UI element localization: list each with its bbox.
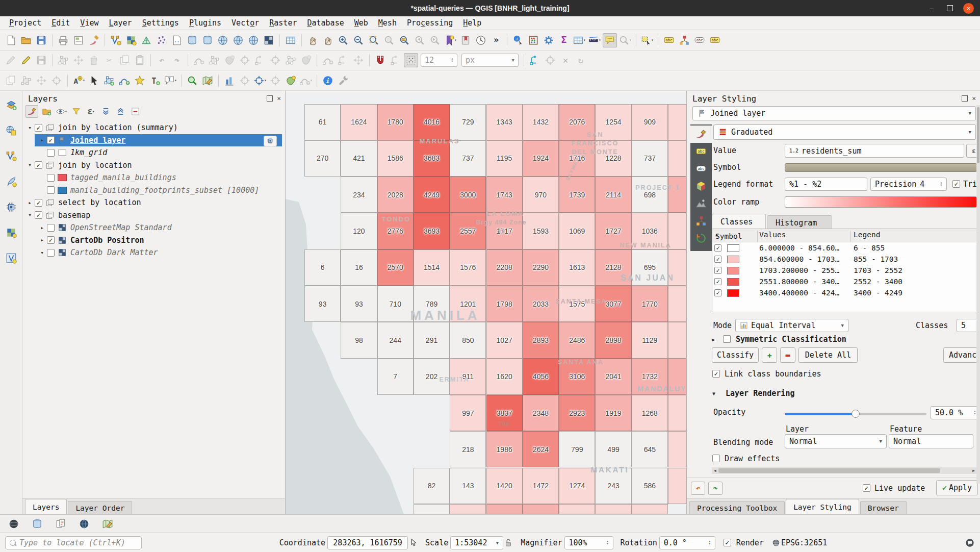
- symbology-tab[interactable]: [690, 126, 712, 143]
- add-xyz-tiles-layer-icon[interactable]: [262, 33, 276, 47]
- center-map-icon[interactable]: ▾: [253, 73, 267, 88]
- new-project-icon[interactable]: [4, 33, 18, 47]
- add-target-icon[interactable]: [268, 73, 282, 88]
- plugin-pages-icon[interactable]: [54, 517, 68, 531]
- horizontal-scrollbar[interactable]: ◀▶: [712, 467, 977, 474]
- layer-item-select-by-location[interactable]: ▸select by location: [22, 196, 284, 209]
- redo-icon[interactable]: ↷: [170, 53, 184, 67]
- elevation-tab[interactable]: [690, 195, 712, 212]
- visibility-checkbox[interactable]: [35, 124, 42, 132]
- topology-checker-icon[interactable]: ▾: [299, 73, 313, 88]
- color-ramp-button[interactable]: [785, 196, 977, 208]
- add-raster-layer-icon[interactable]: [4, 225, 18, 240]
- filter-legend-by-expression-icon[interactable]: ε▾: [85, 105, 97, 118]
- pan-to-selection-icon[interactable]: [321, 33, 335, 47]
- class-visibility-checkbox[interactable]: [714, 289, 721, 296]
- toggle-editing-icon[interactable]: [19, 53, 33, 67]
- visibility-checkbox[interactable]: [47, 224, 55, 232]
- plugin-sphere-icon[interactable]: [7, 517, 21, 531]
- add-mesh-layer-icon[interactable]: [139, 33, 153, 47]
- close-panel-icon[interactable]: ×: [972, 96, 976, 101]
- plugin-globe-icon[interactable]: [77, 517, 91, 531]
- float-panel-icon[interactable]: [267, 95, 273, 102]
- expander-icon[interactable]: ▸: [38, 137, 46, 143]
- class-color-swatch[interactable]: [727, 278, 739, 286]
- class-visibility-checkbox[interactable]: [714, 267, 721, 274]
- rotation-spinbox[interactable]: 0.0 ° ▴▾: [659, 536, 715, 549]
- split-features-icon[interactable]: [207, 53, 221, 67]
- manage-map-themes-icon[interactable]: ▾: [55, 105, 68, 118]
- class-visibility-checkbox[interactable]: [714, 256, 721, 263]
- visibility-checkbox[interactable]: [47, 186, 55, 194]
- create-marker-annotation-icon[interactable]: [133, 73, 147, 88]
- style-manager-icon[interactable]: [87, 33, 101, 47]
- redo-style-button[interactable]: ↷: [708, 482, 723, 495]
- menu-web[interactable]: Web: [349, 18, 373, 28]
- search-place-icon[interactable]: [185, 73, 199, 88]
- expander-icon[interactable]: ▾: [25, 124, 34, 131]
- paste-features-icon[interactable]: [133, 53, 147, 67]
- remove-class-button[interactable]: ▬: [780, 347, 795, 363]
- locator-search-input[interactable]: Type to locate (Ctrl+K): [5, 536, 142, 549]
- move-label-icon[interactable]: abc: [708, 33, 722, 47]
- vertical-scrollbar[interactable]: [976, 105, 980, 484]
- zoom-out-icon[interactable]: [351, 33, 366, 47]
- visibility-checkbox[interactable]: [47, 149, 55, 157]
- spin-arrows-icon[interactable]: ▴▾: [940, 182, 942, 187]
- add-text-layer-icon[interactable]: [4, 174, 18, 189]
- class-color-swatch[interactable]: [727, 256, 739, 263]
- add-group-icon[interactable]: [40, 105, 53, 118]
- expander-icon[interactable]: ▸: [25, 199, 34, 206]
- undo-style-button[interactable]: ↶: [691, 482, 705, 495]
- masks-tab[interactable]: abc: [690, 160, 712, 178]
- collapse-all-icon[interactable]: [114, 105, 127, 118]
- blend-feature-combo[interactable]: Normal: [889, 434, 973, 448]
- remove-layer-group-icon[interactable]: [129, 105, 142, 118]
- layer-item-basemap[interactable]: ▾basemap: [22, 209, 284, 222]
- class-row[interactable]: 854.600000 - 1703…855 - 1703: [712, 254, 976, 265]
- filter-legend-icon[interactable]: [70, 105, 83, 118]
- tab-classes[interactable]: Classes: [712, 214, 766, 230]
- trim-extend-icon[interactable]: [351, 53, 366, 67]
- tab-browser[interactable]: Browser: [860, 501, 907, 514]
- menu-raster[interactable]: Raster: [264, 18, 302, 28]
- scale-combo[interactable]: 1:53042 ▼: [450, 536, 503, 549]
- map-canvas[interactable]: 6116241780401672913431432207612549092704…: [286, 91, 686, 514]
- annotation-tool-1-icon[interactable]: [4, 73, 18, 88]
- reshape-features-icon[interactable]: [192, 53, 206, 67]
- new-spatial-bookmark-icon[interactable]: ▾: [443, 33, 457, 47]
- tab-layers[interactable]: Layers: [25, 499, 67, 514]
- move-feature-icon[interactable]: [71, 53, 86, 67]
- renderer-combo[interactable]: Graduated ▼: [713, 124, 976, 140]
- fill-ring-icon[interactable]: [299, 53, 313, 67]
- copy-features-icon[interactable]: [117, 53, 132, 67]
- expander-icon[interactable]: ▸: [38, 224, 46, 231]
- add-part-icon[interactable]: [283, 53, 298, 67]
- link-class-boundaries-checkbox[interactable]: [712, 370, 720, 378]
- cut-features-icon[interactable]: ✂: [102, 53, 116, 67]
- open-data-source-manager-icon[interactable]: [4, 98, 18, 112]
- memory-layer-indicator-icon[interactable]: [264, 136, 277, 146]
- message-log-icon[interactable]: [965, 538, 975, 548]
- rotate-point-symbols-icon[interactable]: ↻: [574, 53, 588, 67]
- diagrams-tab[interactable]: [690, 212, 712, 230]
- menu-processing[interactable]: Processing: [402, 18, 458, 28]
- tab-layer-order[interactable]: Layer Order: [68, 501, 132, 514]
- open-attribute-table-icon[interactable]: ▾: [572, 33, 586, 47]
- value-field-combo[interactable]: 1.2 residents_sum: [785, 144, 964, 158]
- menu-settings[interactable]: Settings: [137, 18, 184, 28]
- zoom-full-extent-icon[interactable]: [367, 33, 381, 47]
- legend-format-input[interactable]: %1 - %2: [785, 178, 867, 191]
- processing-toolbox-icon[interactable]: [541, 33, 556, 47]
- add-vector-layer-icon[interactable]: [109, 33, 123, 47]
- zoom-to-layer-icon[interactable]: [397, 33, 411, 47]
- add-raster-layer-icon[interactable]: [124, 33, 138, 47]
- profile-tool-icon[interactable]: [222, 73, 237, 88]
- plugin-map-editor-icon[interactable]: [100, 517, 115, 531]
- layer-item-join-by-location-summary[interactable]: ▾join by location (summary): [22, 121, 284, 134]
- layer-item-openstreetmap-standard[interactable]: ▸OpenStreetMap Standard: [22, 221, 284, 234]
- show-statistical-summary-icon[interactable]: Σ: [557, 33, 571, 47]
- visibility-checkbox[interactable]: [35, 199, 42, 207]
- identify-features-icon[interactable]: i: [511, 33, 525, 47]
- digitizing-size[interactable]: 12▴▾: [421, 54, 457, 67]
